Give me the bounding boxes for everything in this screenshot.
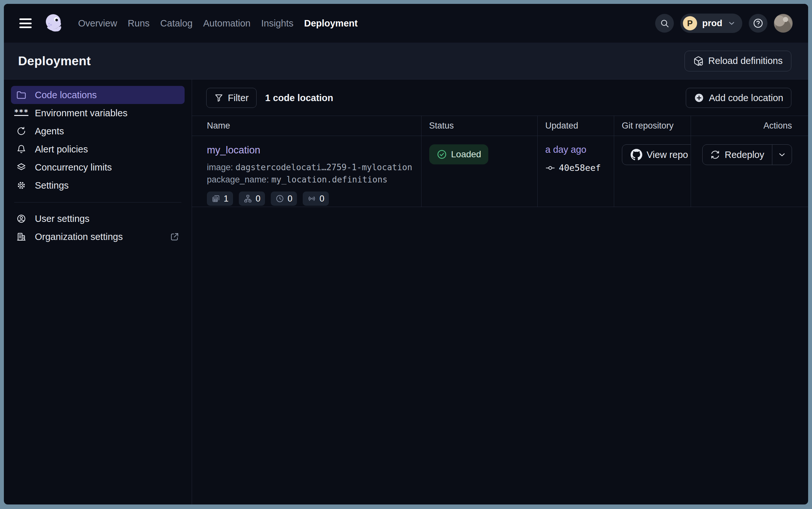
plus-circle-icon [694,93,704,103]
filter-button[interactable]: Filter [206,88,257,108]
search-icon [660,19,669,28]
sidebar-item-code-locations[interactable]: Code locations [11,86,185,104]
sidebar-item-environment-variables[interactable]: *** Environment variables [11,104,185,122]
column-header-status: Status [421,116,538,136]
nav-item-deployment[interactable]: Deployment [304,18,358,29]
sidebar-item-label: Agents [35,126,64,137]
sidebar-item-alert-policies[interactable]: Alert policies [11,140,185,158]
updated-time-link[interactable]: a day ago [545,144,586,155]
nav-item-catalog[interactable]: Catalog [160,18,193,29]
code-locations-table: Name Status Updated Git repository Actio… [192,115,808,207]
code-location-name-link[interactable]: my_location [207,144,260,156]
nav-item-overview[interactable]: Overview [78,18,117,29]
deployment-switcher[interactable]: P prod [680,13,742,33]
filter-funnel-icon [214,93,223,102]
sidebar-item-label: Concurrency limits [35,162,112,173]
commit-hash: 40e58eef [559,163,601,173]
layers-icon [16,162,27,172]
image-label: image: [207,163,233,172]
commit-line: 40e58eef [545,163,614,173]
external-link-icon [170,232,179,242]
assets-count: 1 [224,194,228,204]
git-repo-cell-clip: View repo [622,144,691,166]
commit-icon [545,163,555,173]
gear-icon [16,180,27,191]
dagster-app-window: Overview Runs Catalog Automation Insight… [4,4,808,505]
chevron-down-icon [777,150,786,159]
github-icon [631,149,642,161]
top-navigation-bar: Overview Runs Catalog Automation Insight… [4,4,808,43]
column-header-updated: Updated [538,116,614,136]
column-header-git-repository: Git repository [614,116,691,136]
view-repo-label: View repo [647,149,688,160]
schedules-count-badge[interactable]: 0 [271,192,297,206]
jobs-count: 0 [256,194,260,204]
building-icon [16,232,27,242]
image-line: image: dagstercodelocati…2759-1-mylocati… [207,161,421,173]
sidebar-item-settings[interactable]: Settings [11,176,185,195]
deployment-initial-badge: P [683,16,697,30]
assets-count-badge[interactable]: 1 [207,192,233,206]
redeploy-menu-button[interactable] [772,145,792,165]
redeploy-refresh-icon [710,150,720,160]
reload-definitions-button[interactable]: Reload definitions [685,51,791,71]
folder-icon [16,90,27,100]
sidebar-item-label: User settings [35,213,89,224]
sidebar-item-label: Alert policies [35,144,88,155]
redeploy-split-button: Redeploy [702,144,792,165]
schedules-clock-icon [275,194,284,203]
assets-icon [211,194,220,203]
filter-label: Filter [228,93,249,103]
search-button[interactable] [655,14,674,33]
image-value: dagstercodelocati…2759-1-mylocation [235,163,412,172]
sensors-count-badge[interactable]: 0 [303,192,329,206]
definition-count-badges: 1 [207,192,421,206]
package-line: package_name: my_location.definitions [207,173,421,186]
package-label: package_name: [207,175,269,184]
nav-item-automation[interactable]: Automation [203,18,251,29]
sidebar-item-label: Environment variables [35,108,127,118]
sidebar-item-user-settings[interactable]: User settings [11,210,185,228]
page-header: Deployment Reload definitions [4,43,808,79]
view-repo-button[interactable]: View repo [622,144,691,165]
code-location-count: 1 code location [265,93,333,103]
deployment-sidebar: Code locations *** Environment variables… [4,79,192,505]
nav-right-cluster: P prod [655,13,792,33]
status-label: Loaded [451,149,481,160]
add-code-location-button[interactable]: Add code location [686,88,791,108]
reload-definitions-label: Reload definitions [708,56,783,66]
menu-hamburger-icon[interactable] [20,19,32,28]
dagster-octopus-logo[interactable] [44,13,65,34]
help-button[interactable] [749,14,768,33]
sensors-icon [307,194,316,203]
reload-definitions-cube-icon [693,56,704,66]
deployment-switcher-label: prod [702,18,722,28]
sidebar-item-label: Settings [35,180,69,191]
nav-item-insights[interactable]: Insights [261,18,293,29]
env-vars-icon: *** [16,108,27,118]
schedules-count: 0 [288,194,292,204]
table-header-row: Name Status Updated Git repository Actio… [192,116,808,136]
chevron-down-icon [728,19,736,28]
check-circle-icon [436,149,447,160]
code-locations-toolbar: Filter 1 code location Add code location [192,79,808,108]
user-avatar[interactable] [774,14,792,33]
sidebar-item-agents[interactable]: Agents [11,122,185,140]
bell-icon [16,144,27,155]
sidebar-item-organization-settings[interactable]: Organization settings [11,228,185,246]
column-header-name: Name [192,116,421,136]
primary-nav: Overview Runs Catalog Automation Insight… [78,18,358,29]
sidebar-divider [14,202,181,203]
jobs-icon [243,194,252,203]
sidebar-item-concurrency-limits[interactable]: Concurrency limits [11,158,185,176]
redeploy-button[interactable]: Redeploy [703,145,772,165]
user-circle-icon [16,213,27,224]
question-circle-icon [752,18,764,29]
code-location-row: my_location image: dagstercodelocati…275… [192,136,808,207]
add-code-location-label: Add code location [709,93,783,103]
sensors-count: 0 [320,194,324,204]
sidebar-item-label: Organization settings [35,232,123,242]
agents-refresh-icon [16,126,27,136]
nav-item-runs[interactable]: Runs [128,18,150,29]
jobs-count-badge[interactable]: 0 [239,192,265,206]
